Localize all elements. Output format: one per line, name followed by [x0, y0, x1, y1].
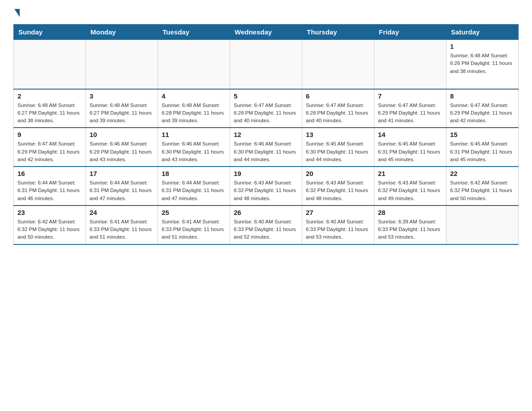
day-info: Sunrise: 6:45 AM Sunset: 6:31 PM Dayligh… — [378, 140, 442, 163]
day-info: Sunrise: 6:46 AM Sunset: 6:30 PM Dayligh… — [162, 140, 226, 163]
calendar-cell: 17Sunrise: 6:44 AM Sunset: 6:31 PM Dayli… — [86, 167, 158, 206]
day-info: Sunrise: 6:41 AM Sunset: 6:33 PM Dayligh… — [90, 218, 154, 241]
day-info: Sunrise: 6:48 AM Sunset: 6:28 PM Dayligh… — [162, 102, 226, 125]
day-info: Sunrise: 6:45 AM Sunset: 6:31 PM Dayligh… — [450, 140, 515, 163]
day-info: Sunrise: 6:41 AM Sunset: 6:33 PM Dayligh… — [162, 218, 226, 241]
calendar-cell — [446, 206, 519, 244]
day-info: Sunrise: 6:47 AM Sunset: 6:29 PM Dayligh… — [450, 102, 515, 125]
calendar-cell: 15Sunrise: 6:45 AM Sunset: 6:31 PM Dayli… — [446, 128, 519, 167]
day-number: 13 — [306, 131, 370, 138]
day-info: Sunrise: 6:44 AM Sunset: 6:31 PM Dayligh… — [162, 179, 226, 202]
calendar-cell: 3Sunrise: 6:48 AM Sunset: 6:27 PM Daylig… — [86, 89, 158, 128]
day-info: Sunrise: 6:40 AM Sunset: 6:33 PM Dayligh… — [234, 218, 298, 241]
calendar-cell — [374, 40, 446, 89]
calendar-cell: 10Sunrise: 6:46 AM Sunset: 6:29 PM Dayli… — [86, 128, 158, 167]
calendar-cell: 7Sunrise: 6:47 AM Sunset: 6:29 PM Daylig… — [374, 89, 446, 128]
calendar-cell: 5Sunrise: 6:47 AM Sunset: 6:28 PM Daylig… — [230, 89, 302, 128]
day-info: Sunrise: 6:39 AM Sunset: 6:33 PM Dayligh… — [378, 218, 442, 241]
day-number: 17 — [90, 170, 154, 177]
day-number: 27 — [306, 209, 370, 216]
day-number: 15 — [450, 131, 515, 138]
day-info: Sunrise: 6:42 AM Sunset: 6:32 PM Dayligh… — [450, 179, 515, 202]
day-number: 3 — [90, 92, 154, 100]
day-number: 8 — [450, 92, 515, 100]
calendar-cell: 1Sunrise: 6:48 AM Sunset: 6:26 PM Daylig… — [446, 40, 519, 89]
calendar-week-row: 9Sunrise: 6:47 AM Sunset: 6:29 PM Daylig… — [14, 128, 519, 167]
calendar-cell: 19Sunrise: 6:43 AM Sunset: 6:32 PM Dayli… — [230, 167, 302, 206]
calendar-cell: 27Sunrise: 6:40 AM Sunset: 6:33 PM Dayli… — [302, 206, 374, 244]
day-number: 22 — [450, 170, 515, 177]
calendar-cell — [230, 40, 302, 89]
calendar-cell: 26Sunrise: 6:40 AM Sunset: 6:33 PM Dayli… — [230, 206, 302, 244]
calendar-cell: 13Sunrise: 6:45 AM Sunset: 6:30 PM Dayli… — [302, 128, 374, 167]
day-info: Sunrise: 6:43 AM Sunset: 6:32 PM Dayligh… — [378, 179, 442, 202]
day-info: Sunrise: 6:43 AM Sunset: 6:32 PM Dayligh… — [234, 179, 298, 202]
calendar-header-row: SundayMondayTuesdayWednesdayThursdayFrid… — [14, 25, 519, 40]
calendar-cell: 8Sunrise: 6:47 AM Sunset: 6:29 PM Daylig… — [446, 89, 519, 128]
day-info: Sunrise: 6:44 AM Sunset: 6:31 PM Dayligh… — [90, 179, 154, 202]
page-header — [13, 9, 519, 17]
calendar-week-row: 16Sunrise: 6:44 AM Sunset: 6:31 PM Dayli… — [14, 167, 519, 206]
day-header-thursday: Thursday — [302, 25, 374, 40]
day-header-saturday: Saturday — [446, 25, 519, 40]
day-info: Sunrise: 6:48 AM Sunset: 6:26 PM Dayligh… — [450, 52, 515, 75]
calendar-cell: 20Sunrise: 6:43 AM Sunset: 6:32 PM Dayli… — [302, 167, 374, 206]
day-header-sunday: Sunday — [14, 25, 86, 40]
calendar-week-row: 2Sunrise: 6:48 AM Sunset: 6:27 PM Daylig… — [14, 89, 519, 128]
day-number: 26 — [234, 209, 298, 216]
day-info: Sunrise: 6:46 AM Sunset: 6:30 PM Dayligh… — [234, 140, 298, 163]
day-number: 4 — [162, 92, 226, 100]
calendar-week-row: 1Sunrise: 6:48 AM Sunset: 6:26 PM Daylig… — [14, 40, 519, 89]
day-number: 28 — [378, 209, 442, 216]
day-info: Sunrise: 6:48 AM Sunset: 6:27 PM Dayligh… — [17, 102, 82, 125]
calendar-cell: 25Sunrise: 6:41 AM Sunset: 6:33 PM Dayli… — [158, 206, 230, 244]
calendar-cell: 12Sunrise: 6:46 AM Sunset: 6:30 PM Dayli… — [230, 128, 302, 167]
day-header-monday: Monday — [86, 25, 158, 40]
day-info: Sunrise: 6:47 AM Sunset: 6:29 PM Dayligh… — [17, 140, 82, 163]
calendar-cell: 16Sunrise: 6:44 AM Sunset: 6:31 PM Dayli… — [14, 167, 86, 206]
calendar-cell — [158, 40, 230, 89]
day-info: Sunrise: 6:44 AM Sunset: 6:31 PM Dayligh… — [17, 179, 82, 202]
day-number: 18 — [162, 170, 226, 177]
calendar-cell — [302, 40, 374, 89]
day-info: Sunrise: 6:47 AM Sunset: 6:29 PM Dayligh… — [378, 102, 442, 125]
calendar-cell: 11Sunrise: 6:46 AM Sunset: 6:30 PM Dayli… — [158, 128, 230, 167]
calendar-cell: 4Sunrise: 6:48 AM Sunset: 6:28 PM Daylig… — [158, 89, 230, 128]
day-header-wednesday: Wednesday — [230, 25, 302, 40]
logo — [13, 9, 21, 17]
day-number: 1 — [450, 43, 515, 50]
day-info: Sunrise: 6:47 AM Sunset: 6:28 PM Dayligh… — [234, 102, 298, 125]
day-number: 2 — [17, 92, 82, 100]
day-number: 11 — [162, 131, 226, 138]
calendar-cell: 14Sunrise: 6:45 AM Sunset: 6:31 PM Dayli… — [374, 128, 446, 167]
calendar-cell: 6Sunrise: 6:47 AM Sunset: 6:28 PM Daylig… — [302, 89, 374, 128]
calendar-cell: 22Sunrise: 6:42 AM Sunset: 6:32 PM Dayli… — [446, 167, 519, 206]
calendar-cell: 9Sunrise: 6:47 AM Sunset: 6:29 PM Daylig… — [14, 128, 86, 167]
day-number: 16 — [17, 170, 82, 177]
day-number: 23 — [17, 209, 82, 216]
day-info: Sunrise: 6:48 AM Sunset: 6:27 PM Dayligh… — [90, 102, 154, 125]
logo-arrow-icon — [14, 9, 20, 17]
day-number: 24 — [90, 209, 154, 216]
calendar-cell: 2Sunrise: 6:48 AM Sunset: 6:27 PM Daylig… — [14, 89, 86, 128]
day-number: 7 — [378, 92, 442, 100]
calendar-cell: 18Sunrise: 6:44 AM Sunset: 6:31 PM Dayli… — [158, 167, 230, 206]
calendar-table: SundayMondayTuesdayWednesdayThursdayFrid… — [13, 24, 519, 245]
calendar-week-row: 23Sunrise: 6:42 AM Sunset: 6:32 PM Dayli… — [14, 206, 519, 244]
day-info: Sunrise: 6:42 AM Sunset: 6:32 PM Dayligh… — [17, 218, 82, 241]
day-header-friday: Friday — [374, 25, 446, 40]
day-number: 21 — [378, 170, 442, 177]
day-number: 10 — [90, 131, 154, 138]
day-number: 14 — [378, 131, 442, 138]
calendar-cell: 23Sunrise: 6:42 AM Sunset: 6:32 PM Dayli… — [14, 206, 86, 244]
calendar-cell: 24Sunrise: 6:41 AM Sunset: 6:33 PM Dayli… — [86, 206, 158, 244]
day-number: 20 — [306, 170, 370, 177]
calendar-cell — [86, 40, 158, 89]
day-number: 12 — [234, 131, 298, 138]
day-number: 9 — [17, 131, 82, 138]
day-info: Sunrise: 6:46 AM Sunset: 6:29 PM Dayligh… — [90, 140, 154, 163]
day-number: 25 — [162, 209, 226, 216]
day-number: 19 — [234, 170, 298, 177]
day-header-tuesday: Tuesday — [158, 25, 230, 40]
calendar-cell: 21Sunrise: 6:43 AM Sunset: 6:32 PM Dayli… — [374, 167, 446, 206]
